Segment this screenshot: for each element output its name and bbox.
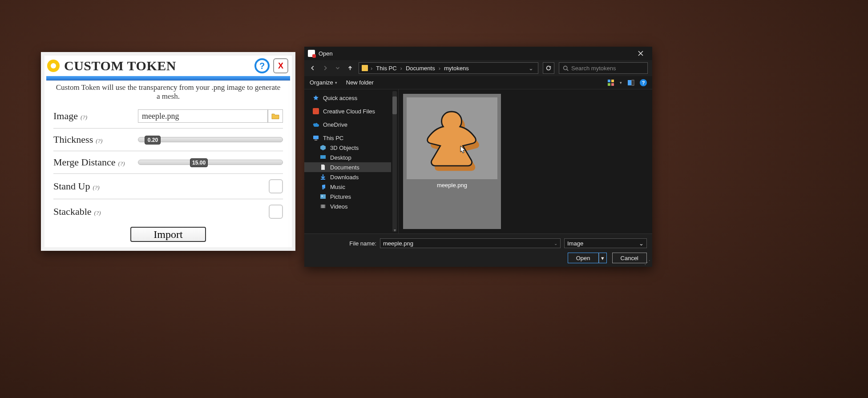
merge-distance-value[interactable]: 15.00 [190,158,208,167]
merge-distance-slider[interactable]: 15.00 [138,160,283,165]
caret-down-icon[interactable]: ⌄ [554,241,557,246]
thickness-hint-icon[interactable]: (?) [96,137,102,145]
svg-rect-15 [325,205,326,208]
stand-up-label: Stand Up (?) [53,181,138,192]
file-name-input[interactable]: meeple.png ⌄ [380,238,561,248]
svg-rect-11 [320,194,326,199]
stackable-label-text: Stackable [53,206,92,217]
file-open-toolbar: Organize ▾ New folder ▾ ? [304,76,652,89]
stand-up-label-text: Stand Up [53,181,90,192]
custom-token-body: Custom Token will use the transparency f… [44,80,292,247]
refresh-button[interactable] [543,62,554,74]
image-field [138,109,283,123]
image-hint-icon[interactable]: (?) [81,114,87,121]
file-open-window: Open › This PC › Documents › mytokens ⌄ … [304,47,652,267]
import-button[interactable]: Import [130,227,206,242]
file-open-footer: File name: meeple.png ⌄ Image ⌄ Open ▾ C… [304,233,652,267]
stand-up-hint-icon[interactable]: (?) [93,184,100,191]
address-bar[interactable]: › This PC › Documents › mytokens ⌄ [359,62,538,74]
thickness-value[interactable]: 0.20 [145,136,161,145]
address-dropdown[interactable]: ⌄ [527,65,535,72]
file-item-meeple[interactable]: meeple.png [403,94,501,229]
open-button-group: Open ▾ [568,253,607,263]
caret-down-icon[interactable]: ⌄ [639,240,644,247]
tree-documents[interactable]: Documents [304,162,398,172]
scroll-thumb[interactable] [392,96,397,114]
stackable-label: Stackable (?) [53,206,138,217]
stackable-row: Stackable (?) [53,199,283,224]
merge-distance-label: Merge Distance (?) [53,157,138,168]
resize-grip-icon[interactable]: ⋰ [644,259,650,266]
tree-label: Quick access [323,95,357,101]
merge-distance-hint-icon[interactable]: (?) [118,160,125,167]
search-input[interactable]: Search mytokens [559,62,648,74]
chevron-right-icon: › [371,65,372,72]
tree-label: Documents [330,164,359,171]
computer-icon [312,134,319,141]
open-button[interactable]: Open [568,253,599,263]
tree-3d-objects[interactable]: 3D Objects [304,143,398,153]
thickness-slider[interactable]: 0.20 [138,137,283,142]
svg-rect-14 [320,205,321,208]
nav-up-button[interactable] [346,64,354,72]
creative-cloud-icon [312,108,319,115]
breadcrumb-this-pc[interactable]: This PC [374,64,398,72]
cube-icon [319,144,327,151]
tree-label: Creative Cloud Files [323,108,375,115]
tree-downloads[interactable]: Downloads [304,172,398,182]
slider-track: 15.00 [138,160,283,165]
svg-rect-6 [632,80,634,85]
view-mode-button[interactable] [607,79,614,86]
thickness-label-text: Thickness [53,134,93,145]
new-folder-button[interactable]: New folder [346,79,374,86]
folder-icon [362,65,368,71]
close-button[interactable]: X [273,58,288,73]
image-input[interactable] [138,109,268,123]
help-icon[interactable]: ? [254,58,270,73]
stackable-hint-icon[interactable]: (?) [94,209,101,217]
stackable-checkbox[interactable] [269,205,283,219]
file-name: meeple.png [407,182,497,189]
tree-videos[interactable]: Videos [304,201,398,211]
custom-token-description: Custom Token will use the transparency f… [53,83,283,101]
tree-music[interactable]: Music [304,182,398,192]
cancel-button[interactable]: Cancel [612,253,647,263]
organize-menu[interactable]: Organize ▾ [310,79,337,86]
file-type-filter[interactable]: Image ⌄ [564,238,647,248]
nav-back-button[interactable] [309,64,317,72]
cloud-icon [312,121,319,128]
nav-forward-button[interactable] [321,64,329,72]
custom-token-footer: Import [53,224,283,243]
window-close-button[interactable] [632,47,650,60]
merge-distance-row: Merge Distance (?) 15.00 [53,151,283,174]
tree-desktop[interactable]: Desktop [304,153,398,162]
caret-down-icon: ▾ [335,80,337,85]
file-list: meeple.png [399,89,652,233]
tree-this-pc[interactable]: This PC [304,133,398,143]
svg-rect-1 [608,80,610,82]
tree-creative-cloud[interactable]: Creative Cloud Files [304,106,398,116]
tree-label: Downloads [330,174,359,181]
help-icon[interactable]: ? [640,79,647,86]
file-name-row: File name: meeple.png ⌄ Image ⌄ [310,238,647,248]
stand-up-checkbox[interactable] [269,179,283,193]
tree-label: Desktop [330,154,351,161]
tree-pictures[interactable]: Pictures [304,192,398,201]
image-row: Image (?) [53,104,283,129]
tree-quick-access[interactable]: Quick access [304,93,398,103]
image-label: Image (?) [53,110,138,122]
preview-pane-button[interactable] [627,79,634,86]
open-dropdown[interactable]: ▾ [599,253,607,263]
browse-button[interactable] [268,109,283,123]
breadcrumb-documents[interactable]: Documents [404,64,437,72]
tree-onedrive[interactable]: OneDrive [304,120,398,129]
nav-recent-button[interactable] [334,64,342,72]
breadcrumb-mytokens[interactable]: mytokens [442,64,471,72]
file-open-titlebar: Open [304,47,652,60]
tree-label: Videos [330,203,348,210]
svg-rect-5 [628,80,631,85]
scroll-down-icon[interactable]: ▾ [392,227,397,233]
caret-down-icon[interactable]: ▾ [620,80,622,85]
svg-rect-10 [320,155,326,159]
tree-scrollbar[interactable]: ▴ ▾ [391,89,398,233]
